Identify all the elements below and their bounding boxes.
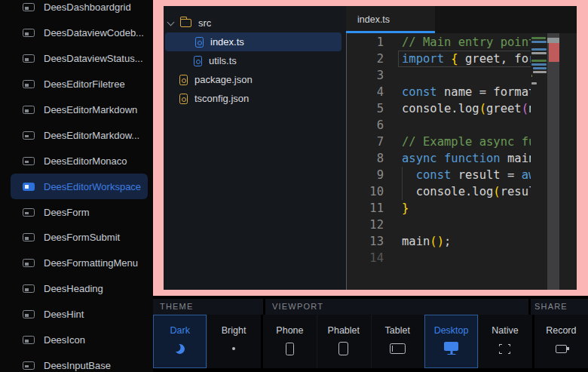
code-text: // Main entry point (402, 34, 535, 51)
sidebar-item-deesdataviewstatus[interactable]: DeesDataviewStatus... (0, 46, 153, 72)
editor-tab-bar: index.ts (346, 6, 577, 33)
phablet-button[interactable]: Phablet (317, 315, 370, 368)
minimap-line (531, 52, 547, 54)
code-text: main(); (402, 233, 451, 250)
component-story-icon (23, 310, 35, 318)
component-story-icon (23, 183, 35, 191)
sidebar-item-deesformattingmenu[interactable]: DeesFormattingMenu (0, 251, 153, 276)
line-number: 9 (347, 167, 384, 183)
line-number: 1 (347, 34, 384, 51)
phablet-icon (338, 342, 348, 355)
minimap-line (531, 41, 547, 43)
button-label: Desktop (434, 325, 469, 336)
editor-right-pad (559, 33, 577, 290)
component-story-icon (23, 131, 35, 140)
tree-node-index.ts[interactable]: index.ts (165, 32, 341, 51)
minimap-line (531, 60, 547, 62)
sidebar-item-deesheading[interactable]: DeesHeading (0, 276, 153, 302)
minimap-line (531, 82, 537, 85)
button-icon-wrap (175, 339, 185, 358)
desktop-button[interactable]: Desktop (424, 315, 478, 368)
file-tree-panel: srcindex.tsutils.tspackage.jsontsconfig.… (164, 6, 346, 290)
tree-node-package.json[interactable]: package.json (164, 70, 346, 89)
code-editor[interactable]: index.ts 1// Main entry point2import { g… (346, 6, 577, 290)
json-file-icon (179, 94, 188, 104)
fullscreen-icon (499, 344, 510, 354)
sidebar-item-deesicon[interactable]: DeesIcon (0, 327, 153, 353)
record-button[interactable]: Record (534, 315, 588, 368)
sidebar-item-deeseditormarkdown[interactable]: DeesEditorMarkdown (0, 97, 153, 123)
button-label: Record (546, 325, 576, 336)
tree-node-src[interactable]: src (164, 14, 346, 32)
section-separator (528, 299, 531, 315)
sidebar-item-label: DeesDataviewStatus... (44, 53, 143, 64)
sidebar-item-deesdashboardgrid[interactable]: DeesDashboardgrid (0, 0, 153, 20)
component-story-icon (23, 336, 35, 344)
line-number: 3 (347, 67, 384, 84)
tablet-button[interactable]: Tablet (371, 315, 424, 368)
code-text: console.log(result (402, 183, 543, 200)
sidebar-item-deeseditormonaco[interactable]: DeesEditorMonaco (0, 148, 153, 174)
minimap-line (531, 48, 547, 51)
code-area[interactable]: 1// Main entry point2import { greet, for… (346, 33, 577, 290)
sidebar-item-deeseditorworkspace[interactable]: DeesEditorWorkspace (11, 174, 148, 199)
tab-label: index.ts (357, 14, 390, 25)
folder-open-icon (180, 19, 191, 27)
moon-icon (175, 344, 185, 354)
component-sidebar: DeesDashboardgridDeesDataviewCodeb...Dee… (0, 0, 153, 372)
code-text: console.log(greet(na (402, 100, 543, 117)
sidebar-item-deesdataviewcodeb[interactable]: DeesDataviewCodeb... (0, 20, 153, 46)
sidebar-item-deeshint[interactable]: DeesHint (0, 302, 153, 327)
toolbar-section-labels: THEME VIEWPORT SHARE (153, 299, 588, 315)
component-story-icon (23, 259, 35, 267)
tablet-icon (390, 343, 406, 354)
tree-node-tsconfig.json[interactable]: tsconfig.json (164, 89, 346, 108)
sidebar-item-deeseditormarkdow[interactable]: DeesEditorMarkdow... (0, 122, 153, 148)
tab-index-ts[interactable]: index.ts (346, 6, 435, 33)
minimap-line (531, 45, 547, 47)
component-story-icon (23, 29, 35, 37)
scrollbar-slider[interactable] (547, 38, 559, 43)
sidebar-item-deesinputbase[interactable]: DeesInputBase (0, 352, 153, 372)
component-story-icon (23, 233, 35, 241)
catalog-toolbar: THEME VIEWPORT SHARE DarkBrightPhonePhab… (153, 296, 588, 372)
sidebar-item-label: DeesEditorMonaco (44, 155, 127, 167)
sidebar-item-deesformsubmit[interactable]: DeesFormSubmit (0, 225, 153, 251)
tree-node-utils.ts[interactable]: utils.ts (164, 51, 346, 70)
code-text: // Example async fun (402, 134, 543, 150)
section-label-share: SHARE (534, 302, 568, 311)
component-story-icon (23, 361, 35, 370)
typescript-file-icon (195, 37, 204, 48)
line-number: 14 (347, 250, 384, 266)
button-icon-wrap (499, 339, 510, 358)
button-icon-wrap (390, 339, 406, 358)
sidebar-item-deesform[interactable]: DeesForm (0, 199, 153, 225)
editor-scrollbar[interactable] (547, 33, 559, 290)
tree-node-label: package.json (194, 74, 253, 85)
line-number: 11 (347, 200, 384, 217)
native-button[interactable]: Native (478, 315, 531, 368)
button-icon-wrap (556, 339, 567, 358)
sidebar-item-label: DeesHeading (44, 283, 103, 294)
sidebar-item-label: DeesDataviewCodeb... (44, 27, 144, 38)
minimap-line (533, 71, 547, 73)
sidebar-item-label: DeesHint (44, 309, 84, 320)
code-text: async function main( (402, 150, 543, 167)
minimap[interactable] (531, 33, 547, 290)
sidebar-item-label: DeesEditorFiletree (44, 78, 125, 90)
code-text: } (402, 200, 409, 217)
line-number: 10 (347, 183, 384, 200)
sidebar-item-deeseditorfiletree[interactable]: DeesEditorFiletree (0, 72, 153, 97)
dark-button[interactable]: Dark (153, 315, 207, 368)
sidebar-item-label: DeesEditorWorkspace (44, 181, 141, 192)
editor-workspace: srcindex.tsutils.tspackage.jsontsconfig.… (164, 6, 577, 290)
sidebar-item-label: DeesForm (44, 207, 90, 218)
minimap-line (531, 56, 547, 58)
chevron-down-icon[interactable] (167, 18, 175, 26)
line-number: 12 (347, 217, 384, 233)
phone-button[interactable]: Phone (263, 315, 317, 368)
button-label: Dark (170, 325, 189, 336)
sidebar-item-label: DeesFormSubmit (44, 232, 120, 243)
bright-button[interactable]: Bright (207, 315, 260, 368)
minimap-line (531, 63, 547, 66)
